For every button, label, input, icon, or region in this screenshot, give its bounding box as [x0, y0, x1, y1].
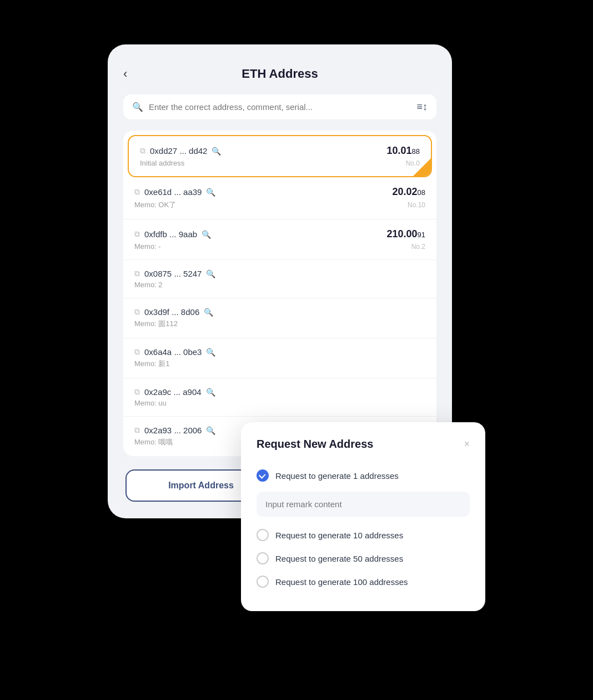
address-item-4[interactable]: ⧉ 0x3d9f ... 8d06 🔍 Memo: 圆112 — [123, 298, 436, 338]
copy-icon-4[interactable]: ⧉ — [134, 307, 140, 317]
memo-5: Memo: 新1 — [134, 359, 170, 369]
radio-checked-0[interactable] — [257, 469, 269, 482]
modal-close-button[interactable]: × — [464, 438, 470, 450]
remark-input[interactable] — [257, 492, 470, 517]
memo-0: Initial address — [140, 159, 184, 167]
search-addr-icon-2[interactable]: 🔍 — [202, 230, 211, 239]
copy-icon-3[interactable]: ⧉ — [134, 269, 140, 278]
option-row-0[interactable]: Request to generate 1 addresses — [257, 464, 470, 487]
address-text-7: 0x2a93 ... 2006 — [144, 426, 202, 435]
radio-unchecked-2[interactable] — [257, 552, 269, 564]
copy-icon-6[interactable]: ⧉ — [134, 387, 140, 397]
amount-0: 10.0188 — [386, 145, 420, 157]
active-badge-0 — [413, 158, 431, 176]
amount-2: 210.0091 — [386, 228, 425, 240]
option-row-2[interactable]: Request to generate 50 addresses — [257, 547, 470, 570]
address-text-5: 0x6a4a ... 0be3 — [144, 347, 202, 357]
address-item-5[interactable]: ⧉ 0x6a4a ... 0be3 🔍 Memo: 新1 — [123, 338, 436, 378]
memo-3: Memo: 2 — [134, 281, 163, 289]
address-text-2: 0xfdfb ... 9aab — [144, 229, 197, 239]
amount-1: 20.0208 — [392, 186, 425, 198]
address-item-2[interactable]: ⧉ 0xfdfb ... 9aab 🔍 210.0091 Memo: - No.… — [123, 219, 436, 260]
radio-unchecked-3[interactable] — [257, 576, 269, 588]
option-row-3[interactable]: Request to generate 100 addresses — [257, 570, 470, 593]
no-1: No.10 — [408, 201, 425, 209]
address-list: ⧉ 0xdd27 ... dd42 🔍 10.0188 Initial addr… — [123, 131, 436, 456]
address-item-1[interactable]: ⧉ 0xe61d ... aa39 🔍 20.0208 Memo: OK了 No… — [123, 177, 436, 219]
option-label-2: Request to generate 50 addresses — [275, 554, 403, 563]
copy-icon-0[interactable]: ⧉ — [140, 146, 145, 156]
copy-icon-2[interactable]: ⧉ — [134, 229, 140, 239]
address-text-4: 0x3d9f ... 8d06 — [144, 307, 199, 317]
option-row-1[interactable]: Request to generate 10 addresses — [257, 523, 470, 547]
option-label-3: Request to generate 100 addresses — [275, 577, 408, 587]
modal-header: Request New Address × — [257, 438, 470, 451]
modal-title: Request New Address — [257, 438, 373, 451]
address-item-3[interactable]: ⧉ 0x0875 ... 5247 🔍 Memo: 2 — [123, 260, 436, 298]
filter-icon[interactable]: ≡↕ — [416, 101, 428, 113]
memo-1: Memo: OK了 — [134, 200, 176, 210]
request-new-address-modal: Request New Address × Request to generat… — [241, 422, 485, 611]
no-2: No.2 — [411, 243, 425, 251]
address-item-6[interactable]: ⧉ 0x2a9c ... a904 🔍 Memo: uu — [123, 378, 436, 417]
address-text-0: 0xdd27 ... dd42 — [150, 146, 207, 156]
memo-6: Memo: uu — [134, 399, 167, 407]
address-text-6: 0x2a9c ... a904 — [144, 387, 202, 397]
address-text-3: 0x0875 ... 5247 — [144, 269, 202, 278]
search-addr-icon-1[interactable]: 🔍 — [206, 188, 215, 197]
memo-7: Memo: 哦哦 — [134, 437, 173, 447]
copy-icon-1[interactable]: ⧉ — [134, 187, 140, 197]
copy-icon-5[interactable]: ⧉ — [134, 347, 140, 357]
search-addr-icon-3[interactable]: 🔍 — [206, 269, 215, 278]
back-button[interactable]: ‹ — [123, 67, 127, 81]
radio-unchecked-1[interactable] — [257, 529, 269, 541]
memo-4: Memo: 圆112 — [134, 319, 178, 329]
search-addr-icon-4[interactable]: 🔍 — [204, 308, 213, 317]
copy-icon-7[interactable]: ⧉ — [134, 426, 140, 435]
address-text-1: 0xe61d ... aa39 — [144, 187, 202, 197]
search-addr-icon-6[interactable]: 🔍 — [206, 388, 215, 397]
memo-2: Memo: - — [134, 242, 161, 251]
search-addr-icon-0[interactable]: 🔍 — [212, 147, 221, 156]
option-label-1: Request to generate 10 addresses — [275, 531, 403, 540]
option-label-0: Request to generate 1 addresses — [275, 471, 399, 481]
address-item-0[interactable]: ⧉ 0xdd27 ... dd42 🔍 10.0188 Initial addr… — [128, 135, 432, 177]
search-bar: 🔍 ≡↕ — [123, 94, 436, 119]
search-addr-icon-5[interactable]: 🔍 — [206, 348, 215, 357]
header: ‹ ETH Address — [123, 67, 436, 81]
search-addr-icon-7[interactable]: 🔍 — [206, 426, 215, 435]
search-input[interactable] — [149, 102, 411, 112]
page-title: ETH Address — [242, 67, 318, 81]
search-icon: 🔍 — [132, 102, 143, 112]
